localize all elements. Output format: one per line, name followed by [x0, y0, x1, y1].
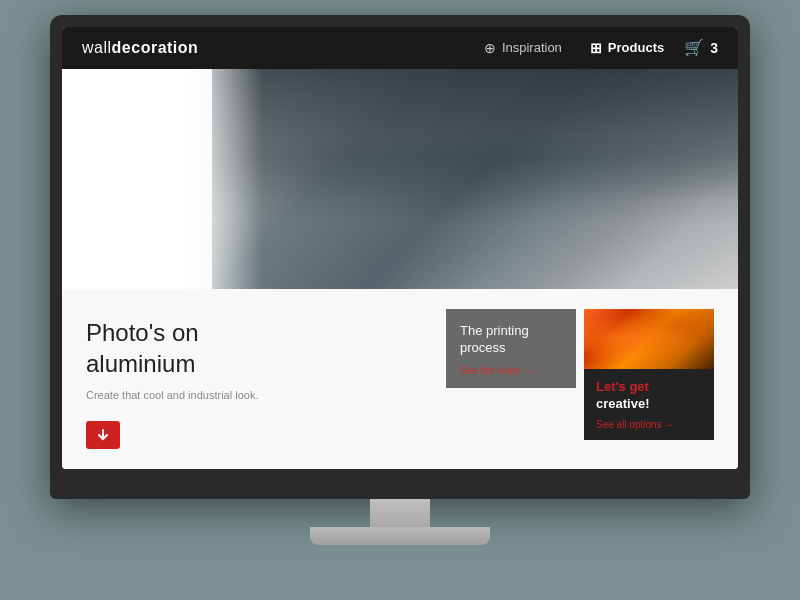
nav-link-inspiration[interactable]: ⊕ Inspiration — [484, 40, 562, 56]
imac-base — [310, 527, 490, 545]
cart-icon: 🛒 — [684, 38, 704, 57]
hero-subtitle: Create that cool and industrial look. — [86, 389, 426, 401]
card-printing-link-label: See the video — [460, 365, 521, 376]
grid-icon: ⊞ — [590, 40, 602, 56]
card-printing-link[interactable]: See the video → — [460, 365, 562, 376]
card-creative[interactable]: Let's get creative! See all options → — [584, 309, 714, 440]
nav-bar: walldecoration ⊕ Inspiration ⊞ Products — [62, 27, 738, 69]
nav-link-products[interactable]: ⊞ Products — [590, 40, 664, 56]
card-printing[interactable]: The printing process See the video → — [446, 309, 576, 388]
cart-count: 3 — [710, 40, 718, 56]
logo-prefix: wall — [82, 39, 112, 56]
scroll-down-button[interactable] — [86, 421, 120, 449]
bottom-section: Photo's on aluminium Create that cool an… — [62, 289, 738, 469]
monitor-frame: walldecoration ⊕ Inspiration ⊞ Products — [50, 15, 750, 499]
nav-link-inspiration-label: Inspiration — [502, 40, 562, 55]
card-creative-link[interactable]: See all options → — [596, 419, 702, 430]
arrow-down-icon — [96, 428, 110, 442]
hero-text-area: Photo's on aluminium Create that cool an… — [86, 317, 446, 449]
card-creative-text: Let's get creative! See all options → — [584, 369, 714, 440]
hero-section — [62, 69, 738, 289]
hero-white-fade — [62, 69, 262, 289]
card-creative-link-label: See all options — [596, 419, 662, 430]
creative-title-part1: Let's get — [596, 379, 649, 394]
creative-title-part2: creative! — [596, 396, 649, 411]
imac-neck — [370, 499, 430, 527]
cards-area: The printing process See the video → — [446, 309, 714, 449]
nav-link-products-label: Products — [608, 40, 664, 55]
imac-container: walldecoration ⊕ Inspiration ⊞ Products — [50, 15, 750, 545]
hero-title: Photo's on aluminium — [86, 317, 426, 379]
page-background: walldecoration ⊕ Inspiration ⊞ Products — [0, 0, 800, 600]
card-printing-title: The printing process — [460, 323, 562, 357]
cart-area[interactable]: 🛒 3 — [684, 38, 718, 57]
globe-icon: ⊕ — [484, 40, 496, 56]
arrow-right-icon: → — [524, 365, 534, 376]
arrow-right-creative-icon: → — [665, 419, 675, 430]
logo-suffix: decoration — [112, 39, 199, 56]
card-creative-title: Let's get creative! — [596, 379, 702, 413]
site-logo[interactable]: walldecoration — [82, 39, 484, 57]
hero-image — [212, 69, 738, 289]
nav-links: ⊕ Inspiration ⊞ Products — [484, 40, 664, 56]
card-creative-image — [584, 309, 714, 369]
monitor-screen: walldecoration ⊕ Inspiration ⊞ Products — [62, 27, 738, 469]
